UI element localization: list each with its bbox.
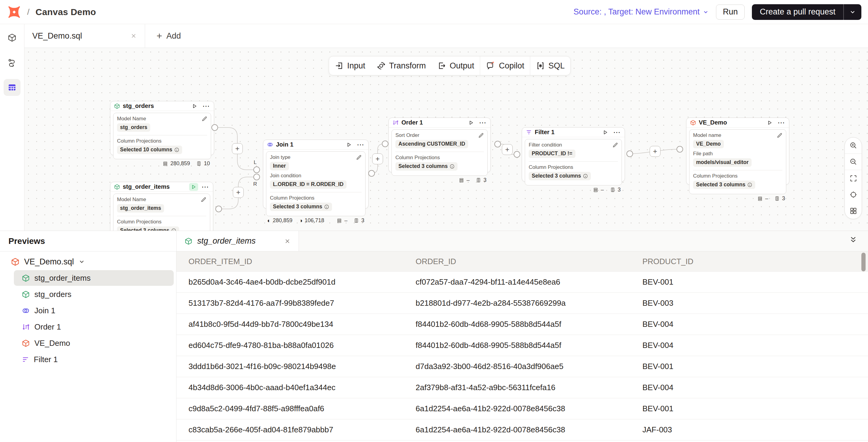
join-right-input-port[interactable] bbox=[253, 173, 260, 180]
canvas-node-stg-order-items[interactable]: stg_order_items ⋯ Model Name stg_order_i… bbox=[110, 182, 213, 231]
rail-models-button[interactable] bbox=[4, 29, 21, 46]
layout-grid-button[interactable] bbox=[845, 202, 862, 219]
sort-order-pill[interactable]: Ascending CUSTOMER_ID bbox=[395, 140, 468, 148]
edit-pencil-icon[interactable] bbox=[200, 197, 207, 202]
table-row[interactable]: 4b34d8d6-3006-4b0c-aaad-b40ef1a344ec 2af… bbox=[177, 377, 868, 398]
preview-tab-stg-order-items[interactable]: stg_order_items bbox=[177, 231, 299, 251]
center-target-button[interactable] bbox=[845, 186, 862, 202]
edit-pencil-icon[interactable] bbox=[777, 132, 783, 138]
fit-view-button[interactable] bbox=[845, 170, 862, 186]
zoom-in-icon bbox=[849, 141, 858, 150]
input-port[interactable] bbox=[382, 140, 389, 147]
projections-pill[interactable]: Selected 3 columns bbox=[117, 226, 179, 231]
tree-item-ve-demo[interactable]: VE_Demo bbox=[14, 335, 174, 351]
play-icon[interactable] bbox=[601, 128, 610, 136]
edit-pencil-icon[interactable] bbox=[478, 132, 484, 138]
dbt-logo-icon[interactable] bbox=[7, 5, 21, 19]
close-icon[interactable] bbox=[130, 33, 137, 39]
canvas-node-join-1[interactable]: Join 1 ⋯ Join type Inner Join condition … bbox=[263, 139, 369, 209]
add-node-on-edge-button[interactable]: + bbox=[502, 144, 513, 155]
copilot-button[interactable]: Copilot bbox=[480, 56, 530, 75]
table-row[interactable]: ed604c75-dfe9-4780-81ba-b88a0fa01026 f84… bbox=[177, 335, 868, 356]
canvas-node-filter-1[interactable]: Filter 1 ⋯ Filter condition PRODUCT_ID !… bbox=[522, 127, 625, 182]
node-menu-icon[interactable]: ⋯ bbox=[201, 183, 209, 191]
add-tab-button[interactable]: + Add bbox=[145, 24, 192, 48]
table-row[interactable]: af41b8c0-9f5d-44d9-bb7d-7800c49be134 f84… bbox=[177, 314, 868, 335]
join-type-pill[interactable]: Inner bbox=[270, 162, 289, 170]
zoom-out-button[interactable] bbox=[845, 154, 862, 170]
tree-root-ve-demo-sql[interactable]: VE_Demo.sql bbox=[0, 254, 176, 270]
tree-item-filter-1[interactable]: Filter 1 bbox=[14, 352, 174, 367]
add-node-on-edge-button[interactable]: + bbox=[232, 143, 243, 154]
pull-request-options-button[interactable] bbox=[844, 4, 861, 20]
node-menu-icon[interactable]: ⋯ bbox=[356, 141, 365, 148]
table-row[interactable]: 3ddd1b6d-3021-4f16-b09c-980214b9498e d7d… bbox=[177, 356, 868, 377]
table-row[interactable]: c83cab5a-266e-405f-ad04-81fe879abbb7 6a1… bbox=[177, 419, 868, 441]
sql-button[interactable]: SQL bbox=[530, 56, 570, 75]
input-button[interactable]: Input bbox=[329, 56, 371, 75]
projections-pill[interactable]: Selected 3 columns bbox=[395, 162, 458, 171]
tree-item-join-1[interactable]: Join 1 bbox=[14, 303, 174, 318]
cube-icon bbox=[114, 184, 120, 190]
model-name-pill[interactable]: VE_Demo bbox=[693, 140, 724, 148]
play-icon[interactable] bbox=[344, 141, 353, 149]
canvas-node-stg-orders[interactable]: stg_orders ⋯ Model Name stg_orders Colum… bbox=[110, 101, 214, 155]
tree-item-stg-orders[interactable]: stg_orders bbox=[14, 286, 174, 302]
tab-ve-demo-sql[interactable]: VE_Demo.sql bbox=[25, 24, 145, 48]
output-port[interactable] bbox=[215, 206, 222, 212]
node-menu-icon[interactable]: ⋯ bbox=[613, 129, 621, 136]
table-header-cell[interactable]: PRODUCT_ID bbox=[630, 251, 868, 271]
canvas-node-order-1[interactable]: Order 1 ⋯ Sort Order Ascending CUSTOMER_… bbox=[389, 118, 491, 172]
edit-pencil-icon[interactable] bbox=[202, 116, 208, 122]
play-icon[interactable] bbox=[765, 119, 774, 127]
table-row[interactable]: c9d8a5c2-0499-4fd7-88f5-a98fffea0af6 6a1… bbox=[177, 398, 868, 419]
output-port[interactable] bbox=[368, 170, 375, 177]
table-header-cell[interactable]: ORDER_ID bbox=[404, 251, 630, 271]
node-menu-icon[interactable]: ⋯ bbox=[478, 119, 487, 126]
output-port[interactable] bbox=[626, 151, 633, 157]
edit-pencil-icon[interactable] bbox=[356, 154, 362, 160]
collapse-panel-button[interactable] bbox=[849, 235, 858, 244]
tree-item-order-1[interactable]: Order 1 bbox=[14, 319, 174, 335]
join-left-input-port[interactable] bbox=[253, 166, 260, 173]
add-node-on-edge-button[interactable]: + bbox=[372, 154, 383, 164]
output-port[interactable] bbox=[211, 124, 218, 131]
table-row[interactable]: 513173b7-82d4-4176-aa7f-99b8389fede7 b21… bbox=[177, 293, 868, 314]
model-name-pill[interactable]: stg_order_items bbox=[117, 204, 164, 213]
create-pull-request-button[interactable]: Create a pull request bbox=[752, 4, 843, 20]
join-condition-pill[interactable]: L.ORDER_ID = R.ORDER_ID bbox=[270, 180, 346, 189]
close-icon[interactable] bbox=[284, 238, 291, 245]
node-menu-icon[interactable]: ⋯ bbox=[777, 119, 785, 126]
projections-pill[interactable]: Selected 3 columns bbox=[529, 172, 591, 180]
play-icon[interactable] bbox=[189, 183, 198, 191]
transform-button[interactable]: Transform bbox=[371, 56, 432, 75]
play-icon[interactable] bbox=[467, 119, 476, 127]
add-node-on-edge-button[interactable]: + bbox=[650, 146, 660, 157]
canvas-node-ve-demo[interactable]: VE_Demo ⋯ Model name VE_Demo File path m… bbox=[686, 118, 789, 185]
file-path-pill[interactable]: models/visual_editor bbox=[693, 158, 752, 167]
info-icon bbox=[171, 228, 176, 231]
projections-pill[interactable]: Selected 10 columns bbox=[117, 146, 182, 154]
projections-pill[interactable]: Selected 3 columns bbox=[270, 202, 332, 211]
run-button[interactable]: Run bbox=[716, 4, 745, 20]
rail-canvas-button[interactable] bbox=[4, 79, 21, 96]
input-port[interactable] bbox=[677, 146, 683, 153]
output-button[interactable]: Output bbox=[432, 56, 480, 75]
filter-condition-pill[interactable]: PRODUCT_ID != bbox=[529, 150, 576, 158]
model-name-pill[interactable]: stg_orders bbox=[117, 123, 150, 132]
play-icon[interactable] bbox=[190, 102, 199, 110]
add-node-on-edge-button[interactable]: + bbox=[233, 187, 244, 198]
edit-pencil-icon[interactable] bbox=[612, 142, 618, 148]
dag-canvas[interactable]: Input Transform Output bbox=[25, 48, 868, 231]
table-row[interactable]: b265d0a4-3c46-4ae4-b0db-dcbe25df901d cf0… bbox=[177, 272, 868, 293]
output-port[interactable] bbox=[494, 141, 501, 148]
tree-item-stg-order-items[interactable]: stg_order_items bbox=[14, 270, 174, 286]
rail-lineage-button[interactable] bbox=[4, 54, 21, 71]
node-menu-icon[interactable]: ⋯ bbox=[202, 102, 210, 110]
vertical-scrollbar[interactable] bbox=[861, 253, 866, 271]
projections-pill[interactable]: Selected 3 columns bbox=[693, 181, 755, 189]
table-header-cell[interactable]: ORDER_ITEM_ID bbox=[177, 251, 404, 271]
zoom-in-button[interactable] bbox=[845, 137, 862, 154]
environment-selector[interactable]: Source: , Target: New Environment bbox=[574, 7, 709, 17]
input-port[interactable] bbox=[514, 151, 520, 158]
